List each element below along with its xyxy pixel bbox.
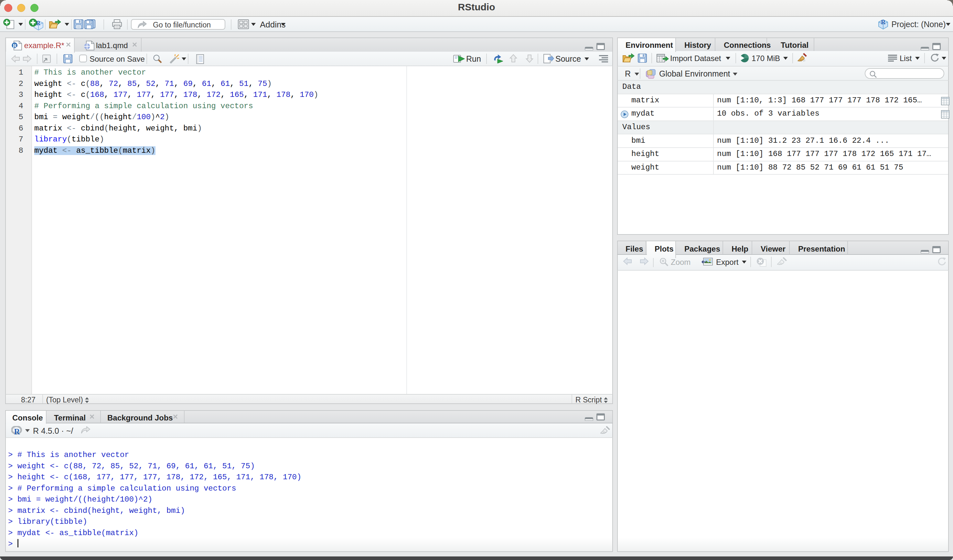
svg-text:R: R [14, 427, 20, 435]
svg-text:R: R [881, 19, 885, 26]
svg-text:R: R [13, 43, 17, 49]
